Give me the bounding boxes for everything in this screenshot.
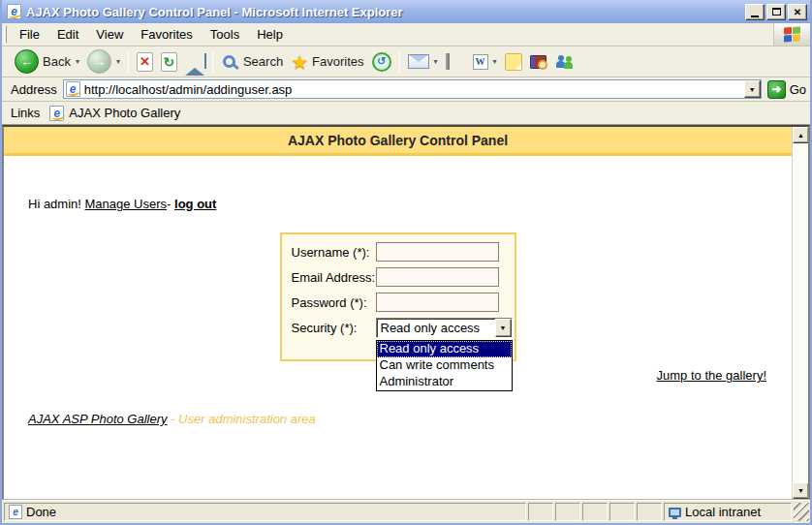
resize-grip[interactable] — [794, 503, 809, 521]
manage-users-link[interactable]: Manage Users — [85, 197, 168, 211]
page-status-icon: e — [9, 505, 22, 519]
menu-tools[interactable]: Tools — [202, 23, 248, 46]
address-url[interactable]: http://localhost/admin/addinguser.asp — [84, 82, 740, 97]
forward-button[interactable]: → ▾ — [83, 47, 124, 76]
menu-file[interactable]: File — [11, 23, 48, 46]
form-row-email: Email Address: — [292, 267, 515, 293]
back-button[interactable]: ← Back ▾ — [11, 47, 83, 76]
web-page: AJAX Photo Gallery Control Panel Hi admi… — [4, 127, 792, 499]
messenger-button[interactable] — [550, 51, 579, 73]
close-icon: ✕ — [794, 7, 801, 17]
minimize-button[interactable] — [745, 4, 765, 20]
address-dropdown-button[interactable]: ▼ — [744, 80, 761, 98]
print-button[interactable] — [442, 52, 469, 72]
refresh-icon: ↻ — [161, 52, 177, 72]
links-item-label: AJAX Photo Gallery — [69, 106, 180, 120]
research-button[interactable] — [526, 53, 550, 71]
word-icon: W — [473, 54, 488, 70]
option-administrator[interactable]: Administrator — [377, 374, 512, 390]
research-book-icon — [530, 55, 547, 69]
status-bar: e Done Local intranet — [2, 500, 810, 523]
greeting-line: Hi admin! Manage Users- log out — [28, 197, 792, 211]
scroll-up-button[interactable]: ▲ — [793, 127, 809, 143]
status-panel: e Done — [4, 503, 526, 521]
option-read-only[interactable]: Read only access — [377, 341, 512, 357]
back-icon: ← — [15, 49, 39, 74]
password-label: Password (*): — [292, 293, 376, 310]
menu-view[interactable]: View — [87, 23, 132, 46]
menu-edit[interactable]: Edit — [48, 23, 87, 46]
search-button[interactable]: Search — [217, 51, 287, 72]
edit-dropdown-icon: ▾ — [493, 57, 497, 66]
page-title: AJAX Photo Gallery Control Panel — [288, 133, 508, 148]
discuss-note-icon — [505, 53, 522, 71]
toolbar-grip[interactable] — [4, 26, 7, 43]
security-dropdown-button[interactable]: ▼ — [495, 319, 512, 337]
status-spacer-panel — [582, 503, 608, 521]
username-label: Username (*): — [292, 242, 376, 260]
gallery-footer-link[interactable]: AJAX ASP Photo Gallery — [28, 412, 168, 426]
messenger-icon — [554, 53, 576, 71]
chevron-down-icon: ▼ — [500, 324, 507, 331]
vertical-scrollbar[interactable]: ▲ ▼ — [792, 127, 808, 499]
windows-flag-icon — [784, 26, 800, 42]
arrow-up-icon: ▲ — [797, 132, 804, 139]
username-field[interactable] — [376, 242, 499, 262]
jump-to-gallery-link[interactable]: Jump to the gallery! — [657, 368, 766, 383]
menu-help[interactable]: Help — [248, 23, 292, 46]
discuss-button[interactable] — [501, 51, 526, 73]
mail-icon — [408, 54, 429, 69]
minimize-icon — [751, 15, 759, 17]
option-can-write[interactable]: Can write comments — [377, 357, 512, 374]
windows-logo-panel — [773, 23, 810, 46]
title-bar: e AJAX Photo Gallery Control Panel - Mic… — [2, 0, 810, 23]
browser-window: e AJAX Photo Gallery Control Panel - Mic… — [0, 0, 812, 525]
refresh-button[interactable]: ↻ — [157, 50, 181, 74]
maximize-icon — [772, 8, 781, 15]
greeting-text: Hi admin! — [28, 197, 85, 211]
home-button[interactable] — [181, 51, 208, 73]
scroll-down-button[interactable]: ▼ — [793, 482, 809, 499]
password-field[interactable] — [376, 293, 499, 312]
status-text: Done — [26, 505, 56, 519]
favorites-button[interactable]: ★ Favorites — [287, 50, 367, 74]
security-select[interactable]: Read only access ▼ — [376, 318, 513, 338]
status-spacer-panel — [555, 503, 580, 521]
favorites-label: Favorites — [312, 54, 363, 69]
menu-favorites[interactable]: Favorites — [132, 23, 201, 46]
mail-button[interactable]: ▾ — [404, 52, 442, 71]
favorites-star-icon: ★ — [291, 52, 308, 72]
links-bar-item[interactable]: e AJAX Photo Gallery — [49, 106, 180, 121]
stop-button[interactable]: ✕ — [133, 50, 157, 74]
greeting-separator: - — [167, 197, 174, 211]
status-spacer-panel — [528, 503, 553, 521]
edit-with-word-button[interactable]: W ▾ — [469, 52, 501, 72]
address-bar: Address e http://localhost/admin/addingu… — [2, 77, 810, 102]
toolbar-separator — [128, 51, 129, 73]
home-icon — [185, 53, 204, 71]
go-button[interactable]: ➜ Go — [767, 80, 806, 99]
page-banner: AJAX Photo Gallery Control Panel — [4, 127, 792, 156]
status-spacer-panel — [637, 503, 662, 521]
address-field[interactable]: e http://localhost/admin/addinguser.asp … — [63, 79, 762, 99]
security-options-list: Read only access Can write comments Admi… — [376, 340, 513, 391]
back-dropdown-icon: ▾ — [76, 57, 79, 66]
security-selected-value: Read only access — [377, 321, 495, 335]
logout-link[interactable]: log out — [174, 197, 216, 211]
search-label: Search — [243, 54, 283, 69]
search-icon — [223, 55, 235, 68]
go-arrow-icon: ➜ — [767, 80, 786, 99]
history-button[interactable]: ↺ — [368, 50, 395, 74]
close-button[interactable]: ✕ — [788, 4, 807, 20]
ie-logo-icon: e — [7, 4, 21, 19]
window-controls: ✕ — [745, 4, 807, 20]
toolbar-separator — [212, 51, 213, 73]
maximize-button[interactable] — [766, 4, 786, 20]
email-label: Email Address: — [292, 267, 376, 285]
email-field[interactable] — [376, 267, 499, 287]
mail-dropdown-icon: ▾ — [434, 57, 438, 66]
browser-viewport: AJAX Photo Gallery Control Panel Hi admi… — [2, 125, 810, 500]
print-icon — [446, 54, 465, 70]
security-zone-panel: Local intranet — [664, 503, 792, 521]
history-icon: ↺ — [372, 52, 391, 72]
